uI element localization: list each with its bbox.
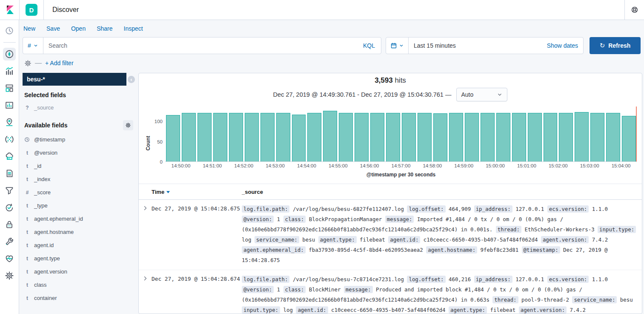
field-name-pill: thread: xyxy=(492,296,518,303)
histogram-bar[interactable] xyxy=(402,113,416,161)
menu-item-open[interactable]: Open xyxy=(71,25,86,32)
rail-item-discover[interactable] xyxy=(3,48,16,60)
x-axis-title: @timestamp per 30 seconds xyxy=(165,172,637,178)
histogram-bar[interactable] xyxy=(590,113,604,161)
time-column-header[interactable]: Time xyxy=(152,189,170,195)
field-item-_index[interactable]: t_index xyxy=(23,173,135,186)
rail-item-uptime[interactable] xyxy=(3,201,16,214)
histogram-bar[interactable] xyxy=(433,113,447,161)
quick-select-menu-button[interactable] xyxy=(386,37,409,54)
rail-item-maps[interactable] xyxy=(3,116,16,129)
rail-item-logs[interactable] xyxy=(3,167,16,180)
field-name-pill: service_name: xyxy=(572,296,617,303)
field-item-container[interactable]: tcontainer xyxy=(23,291,135,305)
field-name-pill: agent.version: xyxy=(541,236,589,243)
chevron-down-icon xyxy=(497,92,503,98)
expand-row-icon[interactable] xyxy=(143,205,148,265)
rail-item-infrastructure[interactable] xyxy=(3,150,16,163)
histogram-bar[interactable] xyxy=(166,115,180,161)
menu-item-save[interactable]: Save xyxy=(46,25,60,32)
rail-item-dev-tools[interactable] xyxy=(3,235,16,248)
field-item-agent.id[interactable]: tagent.id xyxy=(23,239,135,252)
field-item-@timestamp[interactable]: @timestamp xyxy=(23,133,135,146)
rail-item-machine-learning[interactable] xyxy=(3,133,16,146)
menu-item-inspect[interactable]: Inspect xyxy=(124,25,143,32)
histogram-bar[interactable] xyxy=(182,113,196,161)
field-name-pill: ip_address: xyxy=(474,276,512,283)
field-item-_id[interactable]: t_id xyxy=(23,159,135,173)
expand-row-icon[interactable] xyxy=(143,276,148,314)
histogram-bar[interactable] xyxy=(197,113,212,161)
histogram-bar[interactable] xyxy=(418,113,432,161)
rail-item-dashboard[interactable] xyxy=(3,82,16,95)
histogram-bar[interactable] xyxy=(213,113,227,161)
rail-item-canvas[interactable] xyxy=(3,99,16,112)
rail-item-recently-viewed[interactable] xyxy=(3,24,16,37)
query-language-button[interactable]: KQL xyxy=(357,42,381,49)
histogram-bar[interactable] xyxy=(528,113,542,161)
field-name: @version xyxy=(34,150,57,156)
rail-item-apm[interactable] xyxy=(3,184,16,197)
rail-item-management[interactable] xyxy=(3,269,16,282)
search-input[interactable] xyxy=(43,42,357,49)
field-name: agent.type xyxy=(34,255,60,262)
histogram-bar[interactable] xyxy=(355,113,369,161)
menu-item-share[interactable]: Share xyxy=(97,25,112,32)
histogram-bar[interactable] xyxy=(339,113,353,161)
filter-settings-gear-icon[interactable] xyxy=(24,60,31,67)
field-item-_type[interactable]: t_type xyxy=(23,199,135,212)
field-item-class[interactable]: tclass xyxy=(23,278,135,291)
rail-item-siem[interactable] xyxy=(3,218,16,231)
histogram-bar[interactable] xyxy=(575,112,589,161)
discover-app-badge[interactable]: D xyxy=(26,4,37,16)
histogram-bar[interactable] xyxy=(481,113,495,161)
field-item-_source[interactable]: ?_source xyxy=(23,101,135,114)
field-item-_score[interactable]: #_score xyxy=(23,186,135,199)
kibana-logo[interactable] xyxy=(0,5,19,15)
discover-menu: NewSaveOpenShareInspect xyxy=(23,23,641,37)
histogram-bar[interactable] xyxy=(622,116,636,161)
field-item-agent.version[interactable]: tagent.version xyxy=(23,265,135,278)
histogram-bar[interactable] xyxy=(465,113,479,161)
x-tick-label: 15:03:00 xyxy=(580,163,599,168)
rail-item-visualize[interactable] xyxy=(3,65,16,78)
time-range-value[interactable]: Last 15 minutes xyxy=(409,42,456,49)
collapse-sidebar-button[interactable]: ‹ xyxy=(128,76,135,83)
refresh-button[interactable]: ↻ Refresh xyxy=(590,37,641,54)
histogram-bar[interactable] xyxy=(307,113,321,161)
string-field-type-icon: t xyxy=(24,163,30,169)
field-item-agent.type[interactable]: tagent.type xyxy=(23,252,135,265)
show-dates-button[interactable]: Show dates xyxy=(547,42,583,49)
histogram-bar[interactable] xyxy=(276,113,290,161)
field-settings-gear-icon[interactable] xyxy=(123,120,133,130)
histogram-bar[interactable] xyxy=(449,113,463,161)
histogram-bar[interactable] xyxy=(229,113,243,161)
field-item-agent.ephemeral_id[interactable]: tagent.ephemeral_id xyxy=(23,212,135,225)
divider xyxy=(43,0,44,20)
index-pattern-selector[interactable]: besu-* xyxy=(23,73,126,86)
field-item-@version[interactable]: t@version xyxy=(23,146,135,159)
histogram-bar[interactable] xyxy=(323,111,337,161)
string-field-type-icon: t xyxy=(24,176,30,182)
help-icon[interactable] xyxy=(624,0,644,20)
histogram-bar[interactable] xyxy=(245,113,259,161)
interval-select[interactable]: Auto xyxy=(456,88,507,101)
histogram-bar[interactable] xyxy=(386,113,400,161)
histogram-bar[interactable] xyxy=(559,113,573,161)
histogram-bar[interactable] xyxy=(496,113,510,161)
histogram-bar[interactable] xyxy=(512,113,526,161)
histogram-bar[interactable] xyxy=(292,115,306,161)
saved-query-menu-button[interactable]: # xyxy=(23,37,43,54)
add-filter-button[interactable]: + Add filter xyxy=(45,60,74,66)
x-tick-label: 14:54:00 xyxy=(297,163,316,168)
histogram-bar[interactable] xyxy=(370,113,384,161)
x-tick-label: 14:59:00 xyxy=(454,163,473,168)
rail-item-stack-monitoring[interactable] xyxy=(3,252,16,265)
x-tick-label: 14:51:00 xyxy=(203,163,222,168)
menu-item-new[interactable]: New xyxy=(23,25,35,32)
histogram-bar[interactable] xyxy=(260,113,275,161)
hash-icon: # xyxy=(28,42,31,49)
field-item-agent.hostname[interactable]: tagent.hostname xyxy=(23,225,135,239)
histogram-bar[interactable] xyxy=(544,113,558,161)
histogram-bar[interactable] xyxy=(606,113,620,161)
